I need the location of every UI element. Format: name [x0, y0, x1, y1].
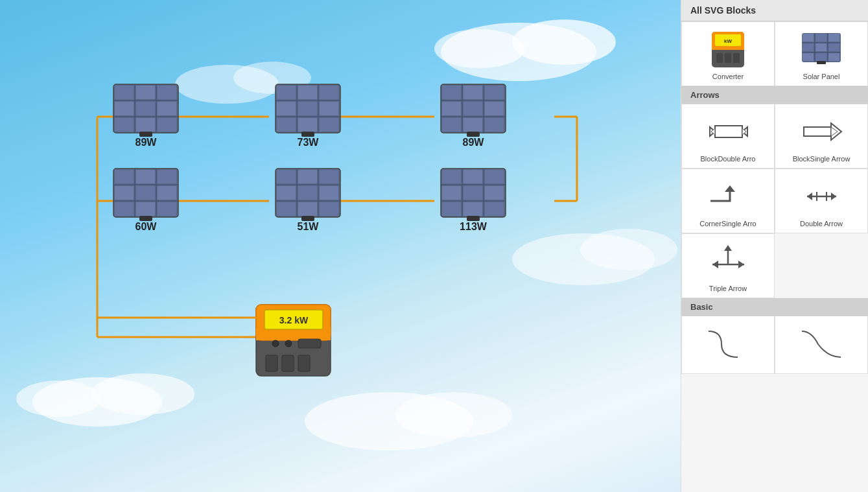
svg-rect-124 [298, 355, 310, 371]
converter-kw-label: 3.2 kW [279, 315, 309, 325]
triple-arrow-item[interactable]: Triple Arrow [681, 233, 775, 298]
svg-rect-92 [320, 170, 338, 183]
svg-rect-45 [277, 86, 296, 99]
panel-label-p6: 113W [460, 221, 487, 232]
panel-label-p5: 51W [298, 221, 320, 232]
svg-rect-116 [256, 305, 331, 340]
svg-rect-84 [139, 216, 152, 221]
converter-label: Converter [712, 73, 744, 80]
svg-rect-62 [485, 86, 504, 99]
block-single-arrow-item[interactable]: BlockSingle Arrow [775, 104, 868, 169]
svg-rect-67 [463, 118, 482, 132]
panel-label-p4: 60W [135, 221, 158, 232]
converter-icon: kW [705, 30, 751, 69]
double-arrow-item[interactable]: Double Arrow [775, 169, 868, 233]
svg-rect-37 [136, 118, 155, 132]
svg-rect-40 [276, 84, 340, 133]
svg-point-0 [441, 23, 596, 81]
svg-marker-159 [807, 193, 812, 200]
svg-rect-123 [282, 355, 294, 371]
svg-rect-131 [716, 53, 723, 63]
panel-label-p2: 73W [298, 137, 320, 148]
svg-rect-107 [485, 170, 504, 183]
blocks-section: kW Converter [681, 21, 868, 86]
svg-rect-95 [320, 186, 338, 200]
svg-rect-61 [463, 86, 482, 99]
svg-rect-49 [298, 102, 317, 115]
svg-rect-147 [828, 53, 839, 61]
svg-rect-96 [277, 202, 296, 216]
svg-rect-36 [115, 118, 134, 132]
double-arrow-label: Double Arrow [800, 220, 843, 228]
svg-rect-149 [715, 126, 742, 137]
arrows-section-header: Arrows [681, 86, 868, 104]
solar-panel-block[interactable]: Solar Panel [775, 21, 868, 86]
svg-point-4 [91, 373, 194, 415]
basic-curve-1-item[interactable] [681, 316, 775, 374]
svg-rect-145 [803, 53, 814, 61]
double-arrow-icon [799, 177, 844, 216]
svg-rect-81 [115, 202, 134, 216]
svg-rect-142 [803, 43, 814, 51]
svg-rect-113 [485, 202, 504, 216]
corner-single-arrow-item[interactable]: CornerSingle Arro [681, 169, 775, 233]
block-single-arrow-icon [799, 112, 844, 151]
svg-point-5 [16, 381, 100, 417]
svg-rect-93 [277, 186, 296, 200]
svg-rect-32 [158, 86, 176, 99]
panel-title: All SVG Blocks [681, 0, 868, 21]
svg-rect-110 [485, 186, 504, 200]
svg-point-6 [305, 392, 473, 451]
svg-marker-167 [738, 261, 744, 268]
svg-rect-97 [298, 202, 317, 216]
svg-rect-38 [158, 118, 176, 132]
svg-rect-25 [113, 84, 178, 133]
solar-panel-label: Solar Panel [803, 73, 840, 80]
svg-rect-109 [463, 186, 482, 200]
svg-rect-105 [442, 170, 461, 183]
svg-rect-55 [441, 84, 506, 133]
svg-rect-80 [158, 186, 176, 200]
basic-section [681, 316, 868, 374]
svg-rect-76 [136, 170, 155, 183]
svg-point-3 [32, 377, 162, 427]
svg-rect-35 [158, 102, 176, 115]
svg-rect-77 [158, 170, 176, 183]
svg-rect-75 [115, 170, 134, 183]
svg-marker-164 [724, 245, 732, 251]
svg-rect-47 [320, 86, 338, 99]
svg-rect-115 [256, 305, 331, 376]
svg-rect-52 [298, 118, 317, 132]
svg-rect-141 [828, 34, 839, 41]
svg-rect-82 [136, 202, 155, 216]
svg-rect-51 [277, 118, 296, 132]
canvas-area[interactable]: 89W 73W [0, 0, 681, 492]
svg-marker-157 [725, 185, 735, 192]
svg-rect-114 [467, 216, 480, 221]
svg-rect-112 [463, 202, 482, 216]
svg-rect-108 [442, 186, 461, 200]
svg-point-10 [512, 233, 655, 285]
svg-rect-91 [298, 170, 317, 183]
svg-point-7 [395, 392, 512, 438]
svg-rect-121 [298, 339, 321, 348]
corner-single-arrow-icon [705, 177, 751, 216]
svg-rect-33 [115, 102, 134, 115]
converter-block[interactable]: kW Converter [681, 21, 775, 86]
basic-curve-2-item[interactable] [775, 316, 868, 374]
svg-rect-70 [113, 169, 178, 217]
solar-panel-icon [799, 30, 844, 69]
svg-rect-143 [815, 43, 827, 51]
corner-single-arrow-label: CornerSingle Arro [699, 220, 756, 228]
svg-rect-139 [803, 34, 814, 41]
block-double-arrow-icon [705, 112, 751, 151]
svg-rect-69 [467, 132, 480, 137]
svg-rect-66 [442, 118, 461, 132]
svg-rect-133 [733, 53, 740, 63]
svg-rect-63 [442, 102, 461, 115]
svg-point-119 [272, 340, 279, 347]
basic-curve-2-icon [799, 325, 844, 364]
block-double-arrow-item[interactable]: BlockDouble Arro [681, 104, 775, 169]
svg-rect-117 [256, 327, 331, 340]
svg-rect-46 [298, 86, 317, 99]
